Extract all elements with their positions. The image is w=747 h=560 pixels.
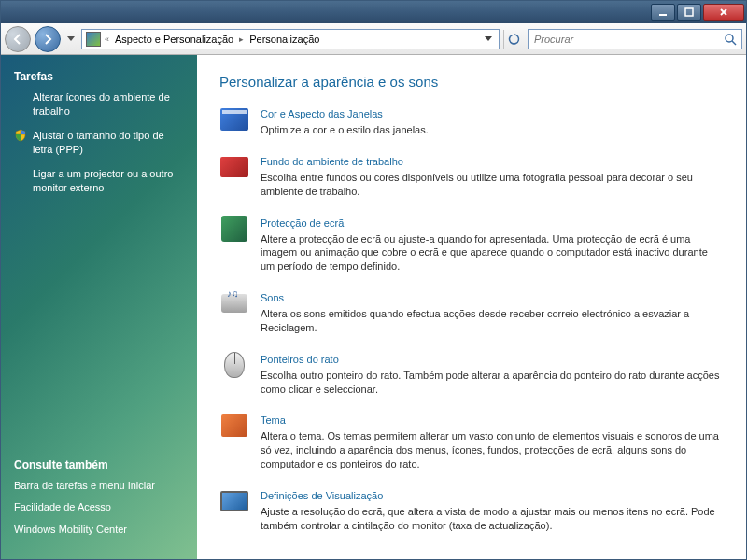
sidebar-link-taskbar[interactable]: Barra de tarefas e menu Iniciar [14,479,184,493]
item-body: TemaAltera o tema. Os temas permitem alt… [261,411,724,471]
sidebar-link-label: Windows Mobility Center [14,523,127,537]
item-link[interactable]: Fundo do ambiente de trabalho [261,156,403,167]
item-description: Altere a protecção de ecrã ou ajuste-a q… [261,232,724,274]
item-body: Fundo do ambiente de trabalhoEscolha ent… [261,152,724,199]
search-input[interactable] [529,34,719,45]
item-description: Optimize a cor e o estilo das janelas. [261,123,724,137]
sidebar-link-ease-of-access[interactable]: Facilidade de Acesso [14,500,184,514]
item-link[interactable]: Cor e Aspecto das Janelas [261,108,383,119]
breadcrumb-current[interactable]: Personalização [247,34,321,45]
sidebar-link-label: Ajustar o tamanho do tipo de letra (PPP) [33,129,184,158]
personalization-item: Cor e Aspecto das JanelasOptimize a cor … [219,105,724,137]
sidebar-link-label: Facilidade de Acesso [14,500,111,514]
personalization-item: Protecção de ecrãAltere a protecção de e… [219,214,724,274]
svg-line-3 [732,41,736,45]
item-link[interactable]: Tema [261,414,286,426]
sidebar-link-projector[interactable]: Ligar a um projector ou a outro monitor … [14,167,184,196]
navigation-bar: « Aspecto e Personalização ▸ Personaliza… [1,23,746,55]
seealso-heading: Consulte também [14,458,184,471]
breadcrumb-prefix: « [105,35,109,44]
item-link[interactable]: Ponteiros do rato [261,354,339,365]
item-description: Escolha outro ponteiro do rato. Também p… [261,369,724,397]
sidebar-link-desktop-icons[interactable]: Alterar ícones do ambiente de trabalho [14,91,184,119]
desktop-background-icon [219,152,249,182]
item-body: Definições de VisualizaçãoAjuste a resol… [261,486,724,533]
breadcrumb-parent[interactable]: Aspecto e Personalização [113,34,235,45]
main-content: Personalizar a aparência e os sons Cor e… [197,55,746,559]
item-description: Altera os sons emitidos quando efectua a… [261,307,724,335]
control-panel-window: « Aspecto e Personalização ▸ Personaliza… [0,0,747,560]
item-link[interactable]: Protecção de ecrã [261,217,344,229]
item-link[interactable]: Definições de Visualização [261,490,383,501]
display-settings-icon [219,486,249,516]
chevron-right-icon: ▸ [239,35,244,44]
titlebar [1,1,746,23]
personalization-item: TemaAltera o tema. Os temas permitem alt… [219,411,724,471]
refresh-button[interactable] [503,30,524,49]
back-button[interactable] [5,26,31,52]
sidebar-link-label: Barra de tarefas e menu Iniciar [14,479,155,493]
item-body: Cor e Aspecto das JanelasOptimize a cor … [261,105,724,137]
svg-rect-0 [659,14,667,16]
forward-button[interactable] [35,26,61,52]
page-title: Personalizar a aparência e os sons [219,74,724,90]
item-body: SonsAltera os sons emitidos quando efect… [261,288,724,335]
nav-history-dropdown[interactable] [64,27,78,51]
personalization-item: Ponteiros do ratoEscolha outro ponteiro … [219,350,724,397]
personalization-item: Fundo do ambiente de trabalhoEscolha ent… [219,152,724,199]
personalization-item: Definições de VisualizaçãoAjuste a resol… [219,486,724,533]
sidebar-link-font-size[interactable]: Ajustar o tamanho do tipo de letra (PPP) [14,129,184,158]
search-box[interactable] [528,29,742,49]
address-dropdown[interactable] [482,31,495,48]
mouse-pointers-icon [219,350,249,380]
svg-point-2 [726,35,733,42]
item-body: Protecção de ecrãAltere a protecção de e… [261,214,724,274]
address-bar[interactable]: « Aspecto e Personalização ▸ Personaliza… [81,29,500,49]
sidebar-link-mobility-center[interactable]: Windows Mobility Center [14,523,184,537]
sidebar-link-label: Ligar a um projector ou a outro monitor … [33,167,184,196]
tasks-heading: Tarefas [14,70,184,83]
personalization-items: Cor e Aspecto das JanelasOptimize a cor … [219,105,724,533]
sidebar-link-label: Alterar ícones do ambiente de trabalho [33,91,184,119]
screensaver-icon [219,214,249,244]
tasks-sidebar: Tarefas Alterar ícones do ambiente de tr… [1,55,197,559]
item-body: Ponteiros do ratoEscolha outro ponteiro … [261,350,724,397]
minimize-button[interactable] [651,4,675,21]
window-color-icon [219,105,249,134]
item-description: Altera o tema. Os temas permitem alterar… [261,429,724,471]
item-link[interactable]: Sons [261,292,284,303]
theme-icon [219,411,249,441]
search-button[interactable] [719,30,741,49]
control-panel-icon [86,32,101,47]
window-body: Tarefas Alterar ícones do ambiente de tr… [1,55,746,559]
shield-icon [14,129,27,142]
item-description: Escolha entre fundos ou cores disponívei… [261,171,724,199]
item-description: Ajuste a resolução do ecrã, que altera a… [261,505,724,533]
svg-rect-1 [685,8,693,16]
personalization-item: SonsAltera os sons emitidos quando efect… [219,288,724,335]
sounds-icon [219,288,249,318]
close-button[interactable] [703,4,744,21]
maximize-button[interactable] [677,4,701,21]
